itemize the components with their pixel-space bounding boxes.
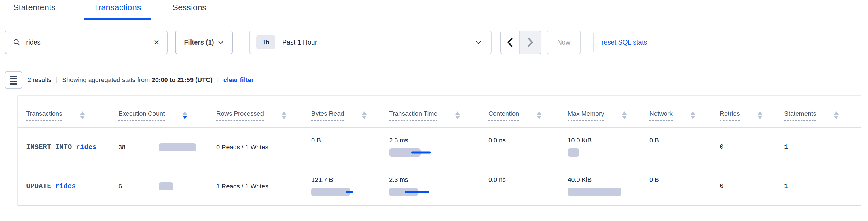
cell-statements: 1	[784, 128, 861, 167]
transaction-fingerprint[interactable]: INSERT INTOrides	[26, 143, 96, 151]
column-header-retries: Retries	[720, 110, 784, 127]
now-label: Now	[557, 38, 570, 46]
tab-statements[interactable]: Statements	[13, 0, 56, 20]
rows-processed-value: 0 Reads / 1 Writes	[216, 143, 269, 151]
sort-icon[interactable]	[758, 112, 762, 119]
cell-bytes-read: 0 B	[311, 128, 389, 167]
sort-icon[interactable]	[362, 112, 367, 119]
execution-count-bar	[159, 143, 196, 151]
max-memory-bar	[568, 149, 579, 157]
tab-sessions[interactable]: Sessions	[173, 0, 207, 20]
cell-transaction-time: 2.6 ms	[389, 128, 489, 167]
search-box[interactable]: ✕	[5, 31, 167, 54]
cell-execution-count: 38	[118, 128, 216, 167]
column-header-max-memory: Max Memory	[568, 110, 649, 127]
column-header-statements: Statements	[784, 110, 861, 127]
sort-icon[interactable]	[455, 112, 460, 119]
contention-value: 0.0 ns	[489, 136, 568, 145]
sort-icon[interactable]	[183, 112, 187, 119]
sort-icon[interactable]	[691, 112, 695, 119]
chevron-down-icon	[475, 40, 481, 44]
table-header-row: Transactions Execution Count Rows Proces…	[18, 96, 861, 128]
tab-transactions[interactable]: Transactions	[94, 0, 141, 20]
time-nav-group	[500, 31, 541, 54]
column-header-label[interactable]: Execution Count	[118, 110, 165, 121]
search-input[interactable]	[26, 38, 154, 46]
clear-search-icon[interactable]: ✕	[154, 39, 159, 46]
column-header-label[interactable]: Max Memory	[568, 110, 604, 121]
next-interval-button[interactable]	[519, 31, 541, 54]
column-header-label[interactable]: Transaction Time	[389, 110, 437, 121]
execution-count-bar	[159, 183, 173, 190]
cell-retries: 0	[720, 167, 784, 206]
column-header-rows-processed: Rows Processed	[216, 110, 311, 127]
clear-filter-link[interactable]: clear filter	[223, 76, 254, 84]
transaction-fingerprint[interactable]: UPDATErides	[26, 183, 76, 190]
sort-icon[interactable]	[834, 112, 839, 119]
transaction-time-bar	[389, 188, 418, 196]
statements-value: 1	[784, 144, 788, 151]
rows-processed-value: 1 Reads / 1 Writes	[216, 183, 269, 190]
toolbar: ✕ Filters (1) 1h Past 1 Hour	[0, 31, 868, 54]
cell-max-memory: 10.0 KiB	[568, 128, 649, 167]
divider: |	[217, 76, 219, 84]
column-header-contention: Contention	[489, 110, 568, 127]
results-count: 2 results	[27, 76, 51, 84]
cell-rows-processed: 1 Reads / 1 Writes	[216, 167, 311, 206]
column-header-label[interactable]: Rows Processed	[216, 110, 264, 121]
reset-sql-stats-link[interactable]: reset SQL stats	[601, 38, 647, 46]
filters-label: Filters (1)	[184, 38, 214, 46]
column-header-label[interactable]: Network	[649, 110, 673, 121]
table-name-link[interactable]: rides	[55, 183, 76, 190]
tab-label: Statements	[13, 3, 56, 12]
max-memory-bar	[568, 188, 621, 196]
sort-icon[interactable]	[282, 112, 286, 119]
transaction-time-value: 2.3 ms	[389, 176, 489, 184]
results-bar: 2 results | Showing aggregated stats fro…	[0, 71, 868, 89]
tab-bar: Statements Transactions Sessions	[0, 0, 868, 20]
transactions-table: Transactions Execution Count Rows Proces…	[17, 95, 861, 206]
contention-value: 0.0 ns	[489, 176, 568, 184]
tab-label: Sessions	[173, 3, 207, 12]
sort-icon[interactable]	[537, 112, 541, 119]
now-button[interactable]: Now	[547, 31, 581, 54]
column-header-label[interactable]: Bytes Read	[311, 110, 344, 121]
column-header-label[interactable]: Retries	[720, 110, 740, 121]
toolbar-divider	[593, 33, 593, 52]
column-header-transactions: Transactions	[26, 110, 118, 127]
network-value: 0 B	[649, 136, 720, 145]
column-header-label[interactable]: Transactions	[26, 110, 62, 121]
sort-icon[interactable]	[80, 112, 85, 119]
previous-interval-button[interactable]	[501, 31, 519, 54]
sort-icon[interactable]	[622, 112, 627, 119]
retries-value: 0	[720, 183, 723, 190]
cell-statements: 1	[784, 167, 861, 206]
bytes-read-bar	[311, 188, 350, 196]
filters-button[interactable]: Filters (1)	[175, 31, 233, 54]
bytes-read-value: 121.7 B	[311, 176, 389, 184]
cell-max-memory: 40.0 KiB	[568, 167, 649, 206]
max-memory-value: 10.0 KiB	[568, 136, 649, 145]
table-name-link[interactable]: rides	[76, 143, 96, 151]
cell-bytes-read: 121.7 B	[311, 167, 389, 206]
search-icon	[13, 38, 21, 46]
column-header-transaction-time: Transaction Time	[389, 110, 489, 127]
chevron-down-icon	[218, 40, 224, 44]
column-header-label[interactable]: Statements	[784, 110, 816, 121]
execution-count-value: 38	[118, 144, 159, 151]
column-header-label[interactable]: Contention	[489, 110, 519, 121]
sql-text: UPDATE	[26, 183, 51, 190]
aggregation-time-range: 20:00 to 21:59 (UTC)	[152, 76, 213, 84]
time-range-selector[interactable]: 1h Past 1 Hour	[249, 31, 492, 54]
cell-transaction: INSERT INTOrides	[26, 128, 118, 167]
time-range-label: Past 1 Hour	[282, 38, 475, 46]
columns-icon	[10, 76, 17, 77]
table-row: INSERT INTOrides 38 0 Reads / 1 Writes 0…	[18, 128, 861, 167]
execution-count-value: 6	[118, 183, 159, 190]
column-header-bytes-read: Bytes Read	[311, 110, 389, 127]
retries-value: 0	[720, 144, 723, 151]
toolbar-divider	[240, 33, 241, 52]
cell-rows-processed: 0 Reads / 1 Writes	[216, 128, 311, 167]
bytes-read-value: 0 B	[311, 136, 389, 145]
column-selector-button[interactable]	[5, 71, 23, 89]
